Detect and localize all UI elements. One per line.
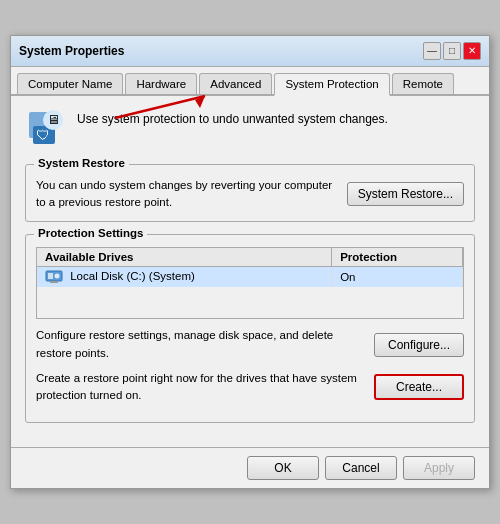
system-restore-label: System Restore [34,157,129,169]
system-restore-button[interactable]: System Restore... [347,182,464,206]
maximize-button[interactable]: □ [443,42,461,60]
col-available-drives: Available Drives [37,248,332,267]
svg-rect-8 [48,273,53,279]
footer: OK Cancel Apply [11,447,489,488]
protection-settings-label: Protection Settings [34,227,147,239]
configure-button[interactable]: Configure... [374,333,464,357]
tab-content: 🛡 🖥 Use system protection to undo unwant… [11,96,489,448]
minimize-button[interactable]: — [423,42,441,60]
create-row: Create a restore point right now for the… [36,370,464,405]
red-arrow-icon [105,90,225,122]
col-protection: Protection [332,248,463,267]
close-button[interactable]: ✕ [463,42,481,60]
system-restore-content: You can undo system changes by reverting… [36,177,464,212]
arrow-annotation [105,90,225,125]
svg-text:🛡: 🛡 [36,127,50,143]
cancel-button[interactable]: Cancel [325,456,397,480]
create-description: Create a restore point right now for the… [36,370,364,405]
title-bar: System Properties — □ ✕ [11,36,489,67]
drive-icon [45,270,63,284]
info-section: 🛡 🖥 Use system protection to undo unwant… [25,108,475,150]
tab-remote[interactable]: Remote [392,73,454,94]
shield-icon: 🛡 🖥 [25,108,67,150]
system-properties-window: System Properties — □ ✕ Computer Name Ha… [10,35,490,490]
svg-line-0 [115,96,205,118]
svg-rect-10 [50,281,58,283]
title-bar-controls: — □ ✕ [423,42,481,60]
system-restore-group: System Restore You can undo system chang… [25,164,475,223]
apply-button[interactable]: Apply [403,456,475,480]
drives-table-container[interactable]: Available Drives Protection [36,247,464,319]
drives-table: Available Drives Protection [37,248,463,287]
tab-bar: Computer Name Hardware Advanced System P… [11,67,489,96]
protection-settings-group: Protection Settings Available Drives Pro… [25,234,475,423]
drive-protection: On [332,267,463,288]
window-title: System Properties [19,44,124,58]
tab-system-protection[interactable]: System Protection [274,73,389,96]
system-restore-description: You can undo system changes by reverting… [36,177,337,212]
configure-row: Configure restore settings, manage disk … [36,327,464,362]
svg-text:🖥: 🖥 [47,112,60,127]
create-button[interactable]: Create... [374,374,464,400]
drive-name: Local Disk (C:) (System) [37,267,332,288]
svg-point-9 [55,274,60,279]
configure-description: Configure restore settings, manage disk … [36,327,364,362]
ok-button[interactable]: OK [247,456,319,480]
table-row[interactable]: Local Disk (C:) (System) On [37,267,463,288]
